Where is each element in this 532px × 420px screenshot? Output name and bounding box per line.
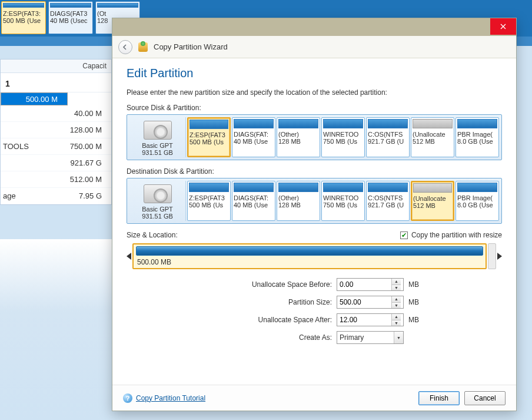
- disk-size: 931.51 GB: [142, 149, 173, 156]
- partition-tile[interactable]: WINRETOO750 MB (Us: [321, 181, 365, 221]
- background-partition-tile[interactable]: DIAGS(FAT340 MB (Usec: [48, 1, 93, 34]
- back-button[interactable]: [118, 40, 132, 54]
- partition-tile[interactable]: DIAGS(FAT:40 MB (Use: [232, 181, 275, 221]
- spin-down-icon[interactable]: ▼: [392, 320, 401, 326]
- table-row[interactable]: 500.00 M: [1, 92, 68, 105]
- partition-size-label: Partition Size:: [202, 298, 332, 306]
- spin-up-icon[interactable]: ▲: [392, 279, 401, 285]
- page-title: Edit Partition: [127, 67, 502, 80]
- partition-size: 128 MB: [278, 201, 318, 209]
- partition-size: 921.7 GB (U: [368, 138, 408, 145]
- disk-name: Basic GPT: [142, 142, 173, 149]
- partition-bar: [278, 183, 318, 192]
- background-gradient: [0, 239, 112, 420]
- table-row[interactable]: 921.67 G: [1, 155, 111, 171]
- close-button[interactable]: [490, 18, 516, 35]
- spin-up-icon[interactable]: ▲: [392, 296, 401, 303]
- partition-tile[interactable]: (Unallocate512 MB: [411, 181, 454, 221]
- partition-size: 512 MB: [413, 202, 452, 209]
- unallocate-before-input[interactable]: ▲▼: [337, 278, 404, 291]
- partition-name: WINRETOO: [323, 194, 363, 201]
- wizard-icon: [138, 42, 148, 52]
- source-disk-map: Basic GPT931.51 GBZ:ESP(FAT3500 MB (UsDI…: [127, 114, 502, 160]
- background-partition-tile[interactable]: Z:ESP(FAT3:500 MB (Use: [1, 1, 46, 34]
- disk-summary-cell: Basic GPT931.51 GB: [129, 181, 186, 221]
- partition-name: C:OS(NTFS: [368, 131, 408, 138]
- partition-tile[interactable]: C:OS(NTFS921.7 GB (U: [366, 181, 410, 221]
- disk-summary-cell: Basic GPT931.51 GB: [129, 117, 186, 157]
- partition-tile[interactable]: DIAGS(FAT:40 MB (Use: [232, 117, 275, 157]
- checkbox-icon: ✔: [400, 232, 408, 239]
- partition-tile[interactable]: PBR Image(8.0 GB (Use: [455, 181, 499, 221]
- unallocate-after-field[interactable]: [337, 314, 391, 326]
- partition-name: WINRETOO: [323, 131, 363, 138]
- unit-label: MB: [408, 316, 426, 324]
- partition-tile[interactable]: C:OS(NTFS921.7 GB (U: [366, 117, 410, 157]
- table-row[interactable]: 128.00 M: [1, 122, 111, 138]
- partition-tile[interactable]: (Other)128 MB: [277, 181, 320, 221]
- partition-bar: [457, 183, 497, 192]
- spin-up-icon[interactable]: ▲: [392, 314, 401, 320]
- partition-bar: [323, 119, 363, 128]
- hard-drive-icon: [144, 121, 172, 140]
- table-row[interactable]: 512.00 M: [1, 171, 111, 188]
- disk-label: 1: [1, 73, 111, 92]
- disk-name: Basic GPT: [142, 206, 173, 213]
- slider-handle-right-icon[interactable]: [497, 253, 502, 260]
- slider-unallocated-after: [488, 243, 496, 269]
- slider-partition-block[interactable]: 500.00 MB: [132, 243, 487, 269]
- tutorial-link-area: ? Copy Partition Tutorial: [123, 393, 205, 403]
- chevron-down-icon: ▼: [394, 332, 403, 343]
- destination-disk-map: Basic GPT931.51 GBZ:ESP(FAT3500 MB (UsDI…: [127, 178, 502, 224]
- partition-size: 40 MB (Use: [234, 201, 274, 209]
- unallocate-before-field[interactable]: [337, 279, 391, 290]
- partition-size: 750 MB (Us: [323, 138, 363, 145]
- partition-size-field[interactable]: [337, 296, 391, 308]
- unallocate-after-input[interactable]: ▲▼: [337, 313, 404, 326]
- partition-size: 750 MB (Us: [323, 201, 363, 209]
- background-partition-table: Capacit 1 500.00 M40.00 M128.00 MTOOLS75…: [0, 59, 112, 205]
- create-as-value: Primary: [340, 333, 364, 342]
- create-as-select[interactable]: Primary ▼: [337, 331, 404, 344]
- create-as-label: Create As:: [202, 333, 332, 342]
- source-section-label: Source Disk & Partition:: [127, 104, 502, 112]
- slider-used-bar: [136, 246, 483, 256]
- partition-bar: [368, 119, 408, 128]
- partition-size: 921.7 GB (U: [368, 201, 408, 209]
- partition-tile[interactable]: PBR Image(8.0 GB (Use: [455, 117, 499, 157]
- partition-size-slider[interactable]: 500.00 MB: [127, 243, 502, 270]
- resize-checkbox-label: Copy the partition with resize: [411, 231, 502, 239]
- slider-handle-left-icon[interactable]: [127, 253, 131, 260]
- finish-button[interactable]: Finish: [418, 391, 460, 405]
- dialog-header: Copy Partition Wizard: [112, 36, 516, 58]
- partition-size: 40 MB (Use: [234, 138, 274, 145]
- partition-size: 500 MB (Us: [189, 201, 229, 209]
- partition-tile[interactable]: (Unallocate512 MB: [411, 117, 454, 157]
- spin-down-icon[interactable]: ▼: [392, 285, 401, 291]
- partition-tile[interactable]: (Other)128 MB: [277, 117, 320, 157]
- table-row[interactable]: age7.95 G: [1, 188, 111, 204]
- partition-tile[interactable]: Z:ESP(FAT3500 MB (Us: [187, 117, 231, 157]
- resize-checkbox[interactable]: ✔ Copy the partition with resize: [400, 231, 502, 239]
- unallocate-after-label: Unallocate Space After:: [202, 316, 332, 324]
- hard-drive-icon: [144, 184, 172, 203]
- partition-tile[interactable]: WINRETOO750 MB (Us: [321, 117, 365, 157]
- partition-size: 512 MB: [413, 138, 453, 145]
- arrow-left-icon: [122, 44, 129, 51]
- unit-label: MB: [408, 280, 426, 289]
- partition-bar: [234, 119, 274, 128]
- unallocate-before-label: Unallocate Space Before:: [202, 280, 332, 289]
- tutorial-link[interactable]: Copy Partition Tutorial: [136, 394, 205, 402]
- partition-bar: [234, 183, 274, 192]
- spin-down-icon[interactable]: ▼: [392, 303, 401, 309]
- partition-name: (Other): [278, 131, 318, 138]
- unit-label: MB: [408, 298, 426, 306]
- cancel-button[interactable]: Cancel: [464, 391, 506, 405]
- instruction-text: Please enter the new partition size and …: [127, 88, 502, 97]
- close-icon: [500, 24, 506, 29]
- partition-name: PBR Image(: [457, 194, 497, 201]
- table-row[interactable]: TOOLS750.00 M: [1, 138, 111, 155]
- partition-tile[interactable]: Z:ESP(FAT3500 MB (Us: [187, 181, 231, 221]
- table-row[interactable]: 40.00 M: [1, 105, 111, 122]
- partition-size-input[interactable]: ▲▼: [337, 296, 404, 309]
